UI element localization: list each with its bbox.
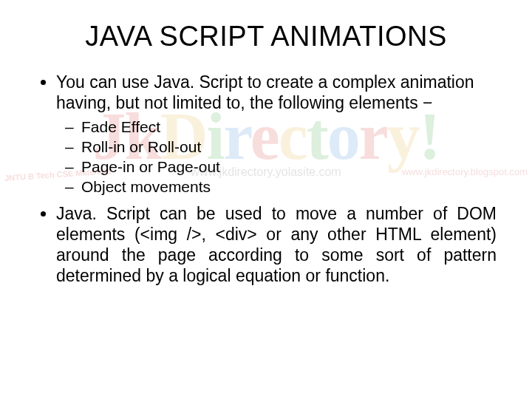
- slide-title: JAVA SCRIPT ANIMATIONS: [35, 21, 497, 52]
- sub-bullet-item: Fade Effect: [81, 117, 497, 137]
- sub-bullet-item: Object movements: [81, 177, 497, 197]
- bullet-item: You can use Java. Script to create a com…: [56, 72, 497, 197]
- bullet-list: You can use Java. Script to create a com…: [35, 72, 497, 286]
- slide: JAVA SCRIPT ANIMATIONS You can use Java.…: [0, 0, 532, 399]
- sub-bullet-item: Page-in or Page-out: [81, 157, 497, 177]
- bullet-item: Java. Script can be used to move a numbe…: [56, 203, 497, 286]
- bullet-text: You can use Java. Script to create a com…: [56, 72, 474, 112]
- sub-bullet-item: Roll-in or Roll-out: [81, 137, 497, 157]
- sub-bullet-list: Fade Effect Roll-in or Roll-out Page-in …: [56, 117, 497, 197]
